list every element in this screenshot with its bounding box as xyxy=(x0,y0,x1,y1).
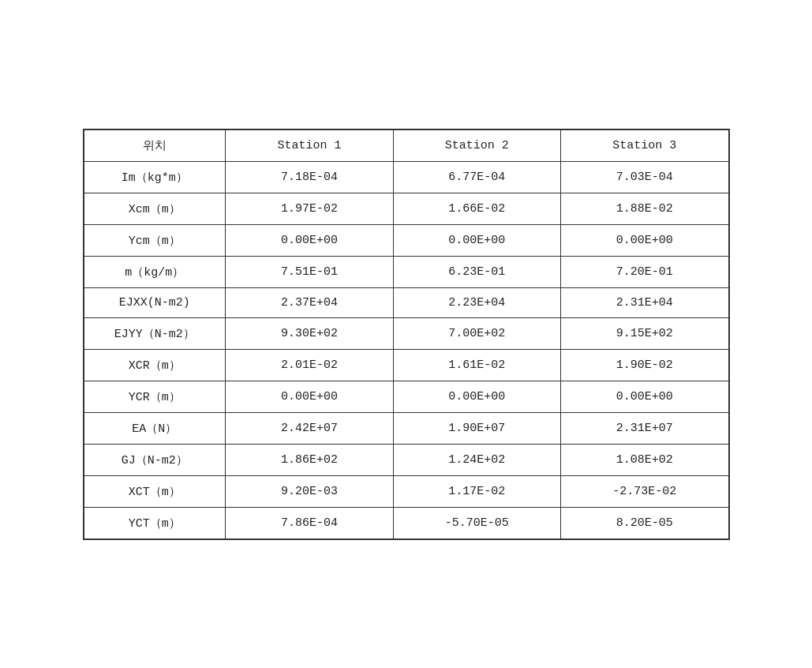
table-row: EJYY（N-m2）9.30E+027.00E+029.15E+02 xyxy=(84,317,728,349)
row-label: XCT（m） xyxy=(84,475,226,507)
row-station1-value: 0.00E+00 xyxy=(226,224,393,256)
row-station1-value: 1.97E-02 xyxy=(226,193,393,224)
row-label: Im（kg*m） xyxy=(84,161,226,193)
header-station3: Station 3 xyxy=(561,129,728,161)
table-row: YCR（m）0.00E+000.00E+000.00E+00 xyxy=(84,381,728,412)
row-label: Ycm（m） xyxy=(84,224,226,256)
row-label: YCR（m） xyxy=(84,381,226,412)
table-row: m（kg/m）7.51E-016.23E-017.20E-01 xyxy=(84,256,728,287)
row-station3-value: 7.03E-04 xyxy=(561,161,728,193)
data-table: 위치 Station 1 Station 2 Station 3 Im（kg*m… xyxy=(84,129,729,539)
row-station2-value: 1.90E+07 xyxy=(393,412,560,444)
header-station2: Station 2 xyxy=(393,129,560,161)
row-station1-value: 7.51E-01 xyxy=(226,256,393,287)
row-station3-value: 1.08E+02 xyxy=(561,444,728,475)
row-station2-value: 2.23E+04 xyxy=(393,287,560,317)
row-station1-value: 2.42E+07 xyxy=(226,412,393,444)
row-station2-value: 0.00E+00 xyxy=(393,381,560,412)
row-station1-value: 1.86E+02 xyxy=(226,444,393,475)
row-station1-value: 0.00E+00 xyxy=(226,381,393,412)
row-station1-value: 9.20E-03 xyxy=(226,475,393,507)
row-label: XCR（m） xyxy=(84,349,226,381)
row-station3-value: 7.20E-01 xyxy=(561,256,728,287)
row-station2-value: 1.61E-02 xyxy=(393,349,560,381)
row-station3-value: 1.90E-02 xyxy=(561,349,728,381)
row-station2-value: 7.00E+02 xyxy=(393,317,560,349)
row-station3-value: 1.88E-02 xyxy=(561,193,728,224)
row-station1-value: 2.37E+04 xyxy=(226,287,393,317)
row-station1-value: 7.18E-04 xyxy=(226,161,393,193)
row-station2-value: -5.70E-05 xyxy=(393,507,560,539)
table-row: YCT（m）7.86E-04-5.70E-058.20E-05 xyxy=(84,507,728,539)
header-station1: Station 1 xyxy=(226,129,393,161)
row-station2-value: 6.77E-04 xyxy=(393,161,560,193)
row-station3-value: -2.73E-02 xyxy=(561,475,728,507)
row-station2-value: 1.17E-02 xyxy=(393,475,560,507)
row-station3-value: 2.31E+04 xyxy=(561,287,728,317)
row-station2-value: 1.24E+02 xyxy=(393,444,560,475)
row-station1-value: 7.86E-04 xyxy=(226,507,393,539)
row-station2-value: 1.66E-02 xyxy=(393,193,560,224)
table-row: GJ（N-m2）1.86E+021.24E+021.08E+02 xyxy=(84,444,728,475)
table-row: Ycm（m）0.00E+000.00E+000.00E+00 xyxy=(84,224,728,256)
table-row: EJXX(N-m2)2.37E+042.23E+042.31E+04 xyxy=(84,287,728,317)
row-station3-value: 9.15E+02 xyxy=(561,317,728,349)
row-station3-value: 8.20E-05 xyxy=(561,507,728,539)
table-row: XCR（m）2.01E-021.61E-021.90E-02 xyxy=(84,349,728,381)
row-station3-value: 0.00E+00 xyxy=(561,381,728,412)
table-row: Xcm（m）1.97E-021.66E-021.88E-02 xyxy=(84,193,728,224)
row-station3-value: 0.00E+00 xyxy=(561,224,728,256)
table-body: Im（kg*m）7.18E-046.77E-047.03E-04Xcm（m）1.… xyxy=(84,161,728,539)
row-station1-value: 9.30E+02 xyxy=(226,317,393,349)
row-label: EJXX(N-m2) xyxy=(84,287,226,317)
row-station1-value: 2.01E-02 xyxy=(226,349,393,381)
row-label: EJYY（N-m2） xyxy=(84,317,226,349)
table-row: Im（kg*m）7.18E-046.77E-047.03E-04 xyxy=(84,161,728,193)
table-row: XCT（m）9.20E-031.17E-02-2.73E-02 xyxy=(84,475,728,507)
header-row: 위치 Station 1 Station 2 Station 3 xyxy=(84,129,728,161)
header-label: 위치 xyxy=(84,129,226,161)
row-label: Xcm（m） xyxy=(84,193,226,224)
table-row: EA（N）2.42E+071.90E+072.31E+07 xyxy=(84,412,728,444)
row-station2-value: 6.23E-01 xyxy=(393,256,560,287)
main-table-container: 위치 Station 1 Station 2 Station 3 Im（kg*m… xyxy=(83,129,730,540)
row-station3-value: 2.31E+07 xyxy=(561,412,728,444)
row-label: EA（N） xyxy=(84,412,226,444)
row-label: m（kg/m） xyxy=(84,256,226,287)
row-label: YCT（m） xyxy=(84,507,226,539)
row-station2-value: 0.00E+00 xyxy=(393,224,560,256)
row-label: GJ（N-m2） xyxy=(84,444,226,475)
